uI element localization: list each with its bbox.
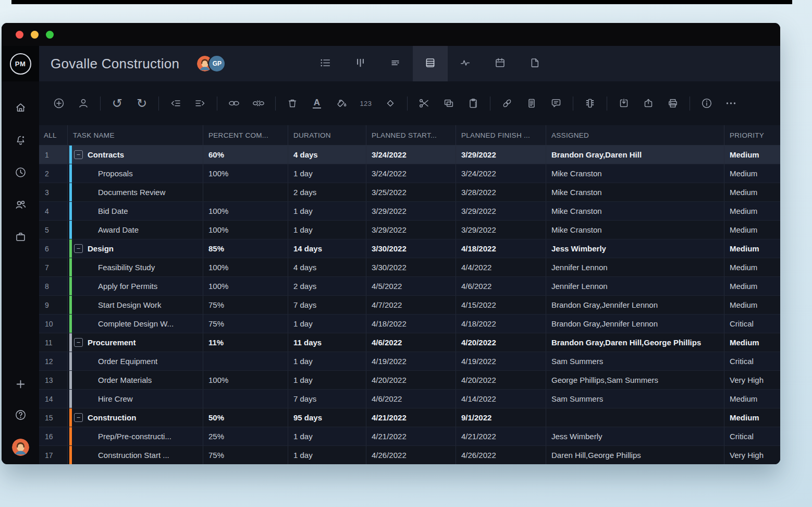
fill-color-button[interactable] [335, 96, 348, 111]
cell-assigned[interactable]: Sam Summers [546, 390, 724, 408]
cell-start[interactable]: 4/5/2022 [366, 277, 456, 295]
cell-task[interactable]: Documents Review [68, 183, 203, 201]
cell-priority[interactable]: Medium [724, 221, 780, 239]
sidebar-home-button[interactable] [14, 101, 27, 114]
column-header-num[interactable]: ALL [39, 125, 68, 145]
cell-finish[interactable]: 3/28/2022 [456, 183, 546, 201]
cell-task[interactable]: Prep/Pre-constructi... [68, 427, 203, 445]
cell-assigned[interactable]: Jennifer Lennon [546, 258, 724, 276]
cell-num[interactable]: 7 [39, 258, 68, 276]
member-avatars[interactable]: GP [197, 56, 225, 71]
assign-user-button[interactable] [77, 96, 90, 111]
list-view-tab[interactable] [308, 46, 343, 81]
cell-assigned[interactable]: Jennifer Lennon [546, 277, 724, 295]
cell-start[interactable]: 3/29/2022 [366, 202, 456, 220]
outdent-button[interactable] [169, 96, 182, 111]
cell-priority[interactable]: Medium [724, 277, 780, 295]
cell-start[interactable]: 3/24/2022 [366, 146, 456, 164]
cell-task[interactable]: Order Equipment [68, 352, 203, 370]
cell-num[interactable]: 13 [39, 371, 68, 389]
cell-assigned[interactable]: Jess Wimberly [546, 427, 724, 445]
cell-start[interactable]: 4/21/2022 [366, 408, 456, 427]
cell-duration[interactable]: 1 day [288, 371, 366, 389]
link-tasks-button[interactable] [227, 96, 241, 111]
indent-button[interactable] [193, 96, 207, 111]
cell-start[interactable]: 4/18/2022 [366, 315, 456, 333]
cell-finish[interactable]: 4/20/2022 [456, 333, 546, 352]
zoom-button[interactable] [46, 31, 54, 39]
milestone-button[interactable] [384, 96, 397, 111]
cell-duration[interactable]: 1 day [288, 446, 366, 464]
cell-finish[interactable]: 3/29/2022 [456, 202, 546, 220]
cell-percent[interactable] [203, 390, 288, 408]
cell-duration[interactable]: 4 days [288, 146, 366, 164]
cell-percent[interactable]: 25% [203, 427, 288, 445]
cell-priority[interactable]: Medium [724, 333, 780, 352]
cell-finish[interactable]: 4/18/2022 [456, 239, 546, 258]
cell-assigned[interactable]: Mike Cranston [546, 221, 724, 239]
cell-task[interactable]: −Contracts [68, 146, 203, 164]
cell-duration[interactable]: 2 days [288, 183, 366, 201]
cell-duration[interactable]: 1 day [288, 427, 366, 445]
cell-num[interactable]: 14 [39, 390, 68, 408]
cell-duration[interactable]: 1 day [288, 202, 366, 220]
cell-num[interactable]: 3 [39, 183, 68, 201]
cell-priority[interactable]: Medium [724, 408, 780, 427]
cell-num[interactable]: 11 [39, 333, 68, 352]
workflow-view-tab[interactable] [448, 46, 483, 81]
cell-task[interactable]: Start Design Work [68, 296, 203, 314]
cell-task[interactable]: −Construction [68, 408, 203, 427]
column-header-percent[interactable]: PERCENT COM... [203, 125, 288, 145]
cut-button[interactable] [417, 96, 431, 111]
cell-num[interactable]: 15 [39, 408, 68, 427]
cell-num[interactable]: 1 [39, 146, 68, 164]
columns-button[interactable] [583, 96, 597, 111]
cell-percent[interactable]: 100% [203, 371, 288, 389]
cell-finish[interactable]: 4/6/2022 [456, 277, 546, 295]
sidebar-portfolio-button[interactable] [14, 230, 27, 244]
cell-priority[interactable]: Medium [724, 202, 780, 220]
cell-assigned[interactable]: Mike Cranston [546, 164, 724, 183]
cell-finish[interactable]: 4/19/2022 [456, 352, 546, 370]
cell-task[interactable]: Complete Design W... [68, 315, 203, 333]
cell-duration[interactable]: 1 day [288, 315, 366, 333]
cell-finish[interactable]: 3/29/2022 [456, 221, 546, 239]
cell-finish[interactable]: 4/14/2022 [456, 390, 546, 408]
cell-start[interactable]: 4/21/2022 [366, 427, 456, 445]
cell-num[interactable]: 16 [39, 427, 68, 445]
cell-assigned[interactable]: Jess Wimberly [546, 239, 724, 258]
cell-duration[interactable]: 11 days [288, 333, 366, 352]
cell-duration[interactable]: 7 days [288, 390, 366, 408]
cell-start[interactable]: 3/25/2022 [366, 183, 456, 201]
cell-start[interactable]: 3/24/2022 [366, 164, 456, 183]
cell-priority[interactable]: Medium [724, 239, 780, 258]
cell-priority[interactable]: Very High [724, 371, 780, 389]
cell-num[interactable]: 10 [39, 315, 68, 333]
cell-num[interactable]: 17 [39, 446, 68, 464]
cell-task[interactable]: Proposals [68, 164, 203, 183]
cell-assigned[interactable]: Daren Hill,George Phillips [546, 446, 724, 464]
cell-percent[interactable]: 100% [203, 164, 288, 183]
cell-percent[interactable]: 75% [203, 296, 288, 314]
cell-priority[interactable]: Medium [724, 146, 780, 164]
collapse-icon[interactable]: − [74, 413, 83, 422]
gantt-view-tab[interactable] [378, 46, 413, 81]
cell-duration[interactable]: 1 day [288, 352, 366, 370]
column-header-start[interactable]: PLANNED START... [366, 125, 456, 145]
paste-button[interactable] [466, 96, 480, 111]
cell-priority[interactable]: Critical [724, 352, 780, 370]
cell-percent[interactable]: 11% [203, 333, 288, 352]
cell-task[interactable]: Construction Start ... [68, 446, 203, 464]
cell-percent[interactable]: 100% [203, 202, 288, 220]
cell-assigned[interactable]: Brandon Gray,Daren Hill,George Phillips [546, 333, 724, 352]
redo-button[interactable]: ↻ [135, 96, 149, 111]
sidebar-help-button[interactable] [14, 408, 27, 421]
cell-start[interactable]: 3/29/2022 [366, 221, 456, 239]
cell-priority[interactable]: Medium [724, 183, 780, 201]
cell-percent[interactable]: 100% [203, 258, 288, 276]
collapse-icon[interactable]: − [74, 338, 83, 347]
cell-task[interactable]: Apply for Permits [68, 277, 203, 295]
cell-assigned[interactable]: Mike Cranston [546, 202, 724, 220]
sheet-view-tab[interactable] [413, 46, 448, 81]
cell-finish[interactable]: 4/4/2022 [456, 258, 546, 276]
